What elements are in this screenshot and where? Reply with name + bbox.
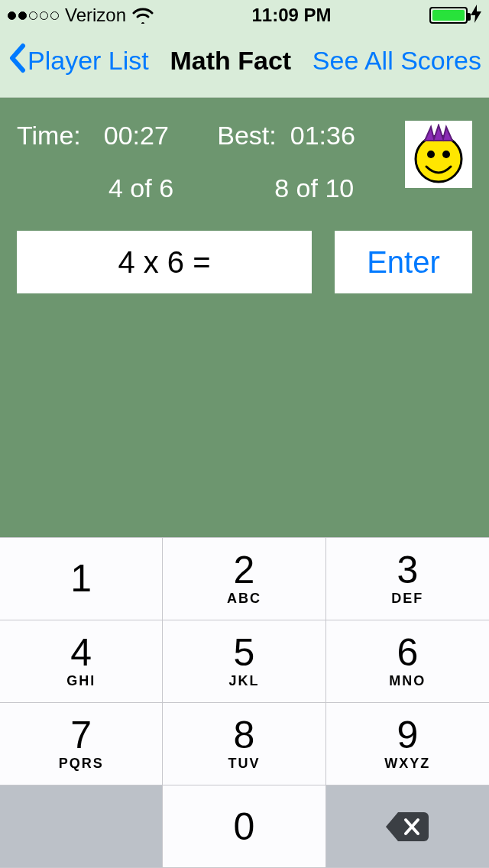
backspace-icon [384,811,430,843]
key-letters: GHI [66,673,96,689]
see-all-scores-button[interactable]: See All Scores [313,46,481,76]
page-title: Math Fact [170,46,291,76]
input-row: 4 x 6 = Enter [17,231,472,293]
key-delete[interactable] [326,785,489,868]
key-letters: MNO [389,673,426,689]
key-digit: 3 [397,551,418,589]
key-8[interactable]: 8 TUV [163,703,325,785]
key-letters: ABC [227,591,261,607]
question-prompt[interactable]: 4 x 6 = [17,231,312,293]
key-digit: 6 [397,633,418,672]
key-digit: 5 [234,633,255,672]
avatar [405,121,472,188]
stats-row: Time: 00:27 4 of 6 Best: 01:36 8 of 10 [17,121,472,203]
numeric-keypad: 1 2 ABC 3 DEF 4 GHI 5 JKL 6 MNO 7 PQRS 8… [0,537,489,868]
time-label: Time: [17,121,81,151]
status-left: Verizon [8,5,154,26]
key-digit: 1 [70,559,92,598]
key-digit: 2 [234,551,255,589]
stats-left: Time: 00:27 4 of 6 [17,121,173,203]
enter-button[interactable]: Enter [335,231,472,293]
battery-icon [429,7,468,24]
key-digit: 9 [397,716,418,754]
carrier-label: Verizon [65,5,126,26]
time-value: 00:27 [104,121,169,151]
time-progress: 4 of 6 [108,173,173,203]
best-value: 01:36 [290,121,355,151]
stats-right: Best: 01:36 8 of 10 [217,121,355,203]
main-area: Time: 00:27 4 of 6 Best: 01:36 8 of 10 [0,98,489,537]
status-right [429,5,481,27]
svg-point-2 [442,151,450,158]
status-time: 11:09 PM [252,5,332,26]
key-letters: DEF [391,591,423,607]
key-letters: TUV [228,756,260,772]
key-digit: 8 [234,716,255,754]
key-4[interactable]: 4 GHI [0,620,163,703]
key-letters: JKL [228,673,259,689]
key-9[interactable]: 9 WXYZ [326,703,489,785]
chevron-left-icon [8,43,26,79]
status-bar: Verizon 11:09 PM [0,0,489,31]
key-1[interactable]: 1 [0,538,163,620]
back-label: Player List [28,46,149,76]
key-3[interactable]: 3 DEF [326,538,489,620]
key-digit: 7 [70,716,92,754]
svg-point-0 [416,136,461,182]
key-2[interactable]: 2 ABC [163,538,325,620]
key-7[interactable]: 7 PQRS [0,703,163,785]
key-letters: PQRS [59,756,104,772]
back-button[interactable]: Player List [8,43,149,79]
key-6[interactable]: 6 MNO [326,620,489,703]
nav-bar: Player List Math Fact See All Scores [0,31,489,98]
key-5[interactable]: 5 JKL [163,620,325,703]
key-empty-left [0,785,163,868]
charging-icon [471,5,481,27]
svg-point-1 [427,151,435,158]
key-digit: 0 [234,808,255,846]
best-progress: 8 of 10 [274,173,354,203]
key-0[interactable]: 0 [163,785,325,868]
key-letters: WXYZ [384,756,430,772]
wifi-icon [132,7,154,24]
key-digit: 4 [70,633,92,672]
signal-strength-icon [8,11,59,20]
best-label: Best: [217,121,276,151]
